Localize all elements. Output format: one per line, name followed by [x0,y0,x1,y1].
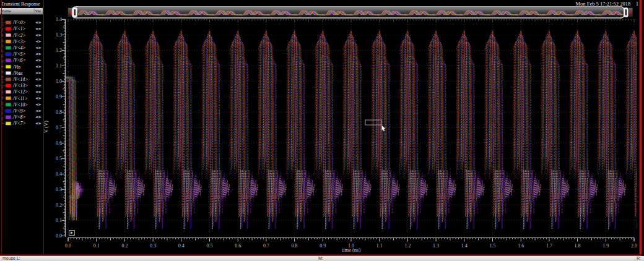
svg-text:/V<11>: /V<11> [12,96,28,101]
svg-text:1.5: 1.5 [490,243,496,249]
svg-text:0.8: 0.8 [292,243,298,249]
svg-text:1.3: 1.3 [56,32,62,38]
svg-text:/V<0>: /V<0> [12,20,26,25]
svg-text:0.7: 0.7 [56,125,62,130]
svg-text:0.6: 0.6 [235,243,241,249]
svg-text:0.0: 0.0 [56,233,62,239]
svg-text:1.1: 1.1 [56,63,62,69]
svg-text:0.4: 0.4 [56,171,62,177]
svg-text:1.9: 1.9 [603,243,609,249]
svg-text:0.9: 0.9 [320,243,326,249]
svg-text:0.9: 0.9 [56,94,62,100]
svg-text:/V<10>: /V<10> [12,102,28,108]
svg-text:/V<2>: /V<2> [12,33,26,38]
svg-text:0.6: 0.6 [56,140,62,146]
svg-text:Transient Response: Transient Response [1,1,40,7]
svg-text:1.8: 1.8 [575,243,581,249]
svg-text:0.3: 0.3 [56,187,62,192]
svg-text:/V<4>: /V<4> [12,45,26,51]
svg-text:/Vout: /Vout [12,71,23,76]
svg-text:/V<1>: /V<1> [12,26,26,32]
svg-text:Vis: Vis [35,9,41,14]
svg-text:1.3: 1.3 [433,243,439,249]
svg-text:0.7: 0.7 [263,243,269,249]
svg-text:/Vin: /Vin [12,64,20,70]
svg-text:0.8: 0.8 [56,109,62,115]
svg-text:time (ns): time (ns) [342,247,361,253]
svg-text:/V<3>: /V<3> [12,39,26,45]
svg-text:0.0: 0.0 [65,243,71,249]
svg-text:Mon Feb 5 17:21:52 2018 1: Mon Feb 5 17:21:52 2018 1 [575,1,638,7]
svg-text:/V<13>: /V<13> [12,83,28,88]
svg-text:1.4: 1.4 [461,243,468,249]
svg-text:0.1: 0.1 [94,243,100,249]
svg-text:/V<5>: /V<5> [12,51,26,57]
svg-text:1.2: 1.2 [56,48,62,53]
svg-text:/V<12>: /V<12> [12,89,28,95]
svg-text:1.4: 1.4 [56,17,62,22]
svg-text:0.5: 0.5 [207,243,213,249]
svg-text:/V<14>: /V<14> [12,77,28,82]
svg-text:/V<6>: /V<6> [12,58,26,63]
svg-text:1.2: 1.2 [404,243,411,249]
svg-text:1.6: 1.6 [518,243,524,249]
svg-text:/V<9>: /V<9> [12,108,26,114]
svg-text:1.7: 1.7 [546,243,552,249]
svg-text:1.0: 1.0 [56,79,62,84]
svg-text:/V<8>: /V<8> [12,114,26,120]
svg-text:0.1: 0.1 [56,218,62,223]
svg-text:/V<7>: /V<7> [12,121,26,126]
svg-text:Name: Name [1,9,11,14]
svg-text:0.5: 0.5 [56,156,62,161]
svg-text:0.3: 0.3 [150,243,156,249]
svg-text:0.2: 0.2 [56,202,62,208]
svg-text:1.1: 1.1 [376,243,383,249]
svg-text:2.0: 2.0 [631,243,637,249]
svg-text:0.4: 0.4 [178,243,185,249]
svg-text:0.2: 0.2 [121,243,128,249]
